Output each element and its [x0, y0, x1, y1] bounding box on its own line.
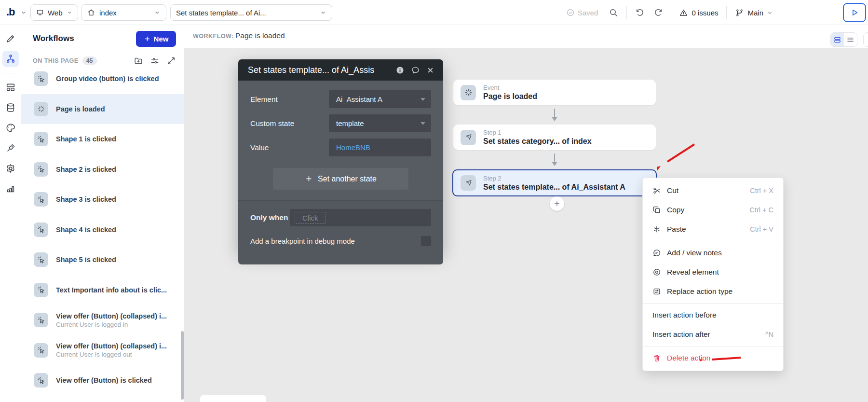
issues-indicator[interactable]: 0 issues — [679, 8, 718, 17]
notes-button-partial[interactable] — [863, 32, 868, 47]
only-when-placeholder[interactable]: Click — [295, 212, 326, 224]
context-menu-item[interactable]: Cut Ctrl + X — [643, 181, 783, 200]
add-action-button[interactable] — [550, 196, 564, 211]
rail-item-settings[interactable] — [2, 160, 19, 177]
menu-item-label: Insert action after — [652, 330, 710, 339]
workflow-list-item[interactable]: Text Important info about is clic... — [21, 275, 184, 305]
rail-item-workflows[interactable] — [2, 51, 19, 67]
dropdown-arrow-icon — [420, 122, 425, 125]
menu-item-label: Copy — [667, 206, 684, 214]
workflow-item-icon — [34, 222, 48, 237]
workflow-list-item[interactable]: Page is loaded — [21, 94, 184, 125]
rail-item-design[interactable] — [2, 30, 19, 47]
custom-state-dropdown[interactable]: template — [329, 114, 431, 132]
menu-item-label: Add / view notes — [667, 249, 722, 257]
divider — [643, 241, 783, 241]
workflow-item-title: View offer (Button) (collapsed) i... — [56, 342, 167, 350]
menu-item-icon — [652, 354, 661, 362]
play-icon — [850, 8, 859, 17]
card-view-button[interactable] — [831, 33, 844, 46]
workflow-item-title: Shape 5 is clicked — [56, 256, 116, 263]
action-cursor-icon — [464, 133, 473, 142]
context-menu-item[interactable]: Copy Ctrl + C — [643, 200, 783, 220]
workflow-item-icon — [34, 162, 48, 177]
only-when-label: Only when — [250, 213, 290, 222]
card-kind-label: Event — [483, 84, 537, 91]
workflow-list-item[interactable]: View offer (Button) (collapsed) i... Cur… — [21, 305, 184, 335]
chevron-down-icon — [767, 10, 773, 16]
workflow-list-item[interactable]: Shape 1 is clicked — [21, 124, 184, 154]
search-icon[interactable] — [609, 8, 618, 17]
step1-card-icon — [461, 130, 476, 145]
connector-arrow-down-icon — [550, 108, 559, 123]
rail-item-data[interactable] — [2, 99, 19, 116]
workflow-card-event[interactable]: Event Page is loaded — [453, 80, 656, 105]
only-when-input[interactable]: Click — [290, 209, 431, 226]
element-dropdown[interactable]: Ai_Assistant A — [329, 90, 431, 108]
branch-selector[interactable]: Main — [735, 8, 773, 17]
workflow-list-item[interactable]: Shape 5 is clicked — [21, 245, 184, 275]
view-mode-toggle — [830, 32, 857, 47]
workflow-list-item[interactable]: Shape 2 is clicked — [21, 154, 184, 185]
logo-chevron-down-icon[interactable] — [20, 9, 27, 16]
dialog-header[interactable]: Set states template... of Ai_Assis — [238, 59, 443, 81]
workflow-list-item[interactable]: Group video (button) is clicked — [21, 64, 184, 94]
workflow-card-step1[interactable]: Step 1 Set states category... of index — [453, 125, 656, 150]
preview-run-button[interactable] — [843, 3, 866, 22]
context-menu-item[interactable]: Delete action — [643, 348, 783, 368]
chevron-down-icon — [320, 9, 326, 16]
context-menu-item[interactable]: Add / view notes — [643, 243, 783, 263]
comment-icon[interactable] — [411, 66, 420, 75]
info-icon[interactable] — [395, 66, 405, 75]
redo-icon[interactable] — [653, 8, 663, 17]
value-expression-field[interactable]: HomeBNB — [329, 139, 431, 156]
list-view-button[interactable] — [844, 33, 857, 46]
context-menu-item[interactable]: Insert action before — [643, 305, 783, 325]
workflow-card-step2-selected[interactable]: Step 2 Set states template... of Ai_Assi… — [452, 169, 657, 196]
workflow-list-item[interactable]: Shape 4 is clicked — [21, 215, 184, 245]
workflow-list-item[interactable]: View offer (Button) is clicked — [21, 365, 184, 396]
workflow-item-title: Page is loaded — [56, 105, 105, 113]
menu-item-label: Paste — [667, 225, 686, 234]
action-properties-dialog: Set states template... of Ai_Assis Eleme… — [238, 59, 443, 251]
card-kind-label: Step 2 — [483, 175, 625, 182]
workflow-item-icon — [34, 102, 48, 116]
rail-item-plugins[interactable] — [2, 140, 19, 156]
context-menu-item[interactable]: Paste Ctrl + V — [643, 220, 783, 239]
rail-item-icon — [5, 82, 16, 93]
context-menu-item[interactable]: Replace action type — [643, 282, 783, 301]
element-field-label: Element — [250, 95, 278, 104]
rail-item-components[interactable] — [2, 79, 19, 96]
new-workflow-button[interactable]: New — [136, 31, 176, 47]
divider — [671, 6, 671, 19]
undo-icon[interactable] — [635, 8, 645, 17]
menu-item-icon — [652, 287, 661, 296]
left-icon-rail — [0, 25, 21, 402]
menu-item-icon — [652, 225, 661, 234]
platform-dropdown[interactable]: Web — [30, 4, 78, 21]
saved-status: Saved — [566, 8, 598, 17]
divider — [726, 6, 727, 19]
panel-scrollbar[interactable] — [181, 331, 184, 400]
workflow-item-title: View offer (Button) is clicked — [56, 376, 152, 384]
top-toolbar: .b Web index Set states template... of A… — [0, 0, 868, 25]
workflow-list-item[interactable]: Shape 3 is clicked — [21, 184, 184, 215]
custom-state-dropdown-value: template — [336, 119, 364, 127]
breakpoint-checkbox[interactable] — [421, 236, 431, 246]
step2-card-icon — [461, 175, 476, 191]
workflow-item-title: Shape 4 is clicked — [56, 226, 116, 234]
close-icon[interactable] — [426, 66, 434, 74]
workflow-select-dropdown[interactable]: Set states template... of Ai... — [170, 4, 332, 21]
canvas-zoom-control-partial[interactable] — [200, 395, 266, 402]
menu-item-label: Reveal element — [667, 268, 719, 277]
new-button-label: New — [154, 35, 169, 43]
context-menu-item[interactable]: Reveal element — [643, 263, 783, 282]
workflow-item-icon — [34, 192, 48, 207]
workflow-list-item[interactable]: View offer (Button) (collapsed) i... Cur… — [21, 335, 184, 366]
rail-item-styles[interactable] — [2, 120, 19, 136]
page-dropdown[interactable]: index — [81, 4, 166, 21]
context-menu-item[interactable]: Insert action after ^N — [643, 325, 783, 344]
event-card-icon — [461, 85, 476, 100]
rail-item-logs[interactable] — [2, 180, 19, 197]
set-another-state-button[interactable]: Set another state — [273, 168, 408, 190]
